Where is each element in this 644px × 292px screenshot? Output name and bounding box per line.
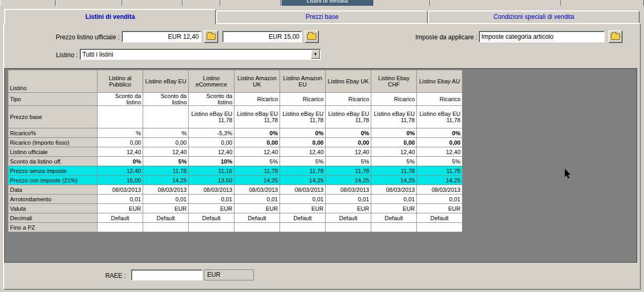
official-price-lookup-button-2[interactable] bbox=[305, 30, 319, 43]
grid-cell[interactable]: 0,00 bbox=[98, 138, 143, 147]
grid-cell[interactable]: % bbox=[143, 128, 189, 138]
top-tab[interactable] bbox=[122, 0, 183, 6]
grid-cell[interactable]: 5% bbox=[234, 157, 280, 166]
grid-cell[interactable]: 08/03/2013 bbox=[143, 185, 189, 194]
grid-cell[interactable]: Default bbox=[143, 213, 189, 223]
grid-cell[interactable]: 12,40 bbox=[280, 147, 326, 157]
grid-cell[interactable]: 0,01 bbox=[280, 194, 326, 204]
grid-cell[interactable]: 0,01 bbox=[417, 194, 463, 204]
grid-cell[interactable]: Default bbox=[326, 213, 371, 223]
grid-cell[interactable]: EUR bbox=[234, 204, 280, 213]
official-price-lookup-button-1[interactable] bbox=[204, 30, 218, 43]
grid-cell[interactable]: Default bbox=[280, 213, 326, 223]
grid-cell[interactable]: 13,50 bbox=[189, 176, 234, 185]
grid-cell[interactable]: 0,01 bbox=[326, 194, 371, 204]
tab-listini-di-vendita[interactable]: Listini di vendita bbox=[4, 9, 216, 24]
grid-cell[interactable]: 0,00 bbox=[371, 138, 417, 147]
grid-cell[interactable]: 12,40 bbox=[98, 147, 143, 157]
grid-cell[interactable]: 0% bbox=[371, 128, 417, 138]
taxes-input[interactable] bbox=[479, 31, 605, 42]
grid-cell[interactable] bbox=[371, 223, 417, 232]
official-price-input-1[interactable] bbox=[122, 31, 201, 42]
grid-cell[interactable]: Ricarico bbox=[417, 93, 463, 106]
grid-cell[interactable]: 0,01 bbox=[98, 194, 143, 204]
grid-cell[interactable]: 0,01 bbox=[189, 194, 234, 204]
grid-cell[interactable] bbox=[143, 223, 189, 232]
grid-cell[interactable]: 08/03/2013 bbox=[189, 185, 234, 194]
grid-cell[interactable]: Listino eBay EU 11,78 bbox=[417, 106, 463, 128]
top-tab[interactable] bbox=[56, 0, 122, 6]
top-tab-active[interactable]: Listini di vendita bbox=[281, 0, 373, 6]
grid-cell[interactable]: 14,25 bbox=[143, 176, 189, 185]
grid-cell[interactable]: 0,01 bbox=[234, 194, 280, 204]
grid-cell[interactable]: 0,01 bbox=[371, 194, 417, 204]
grid-cell[interactable]: 0,00 bbox=[417, 138, 463, 147]
grid-cell[interactable]: Default bbox=[98, 213, 143, 223]
top-tab[interactable] bbox=[183, 0, 220, 6]
top-tab[interactable] bbox=[430, 0, 561, 6]
tab-condizioni-speciali-di-vendita[interactable]: Condizioni speciali di vendita bbox=[428, 10, 640, 23]
grid-cell[interactable]: 08/03/2013 bbox=[371, 185, 417, 194]
grid-cell[interactable] bbox=[326, 223, 371, 232]
grid-cell[interactable]: Sconto da listino bbox=[143, 93, 189, 106]
grid-cell[interactable]: 14,25 bbox=[234, 176, 280, 185]
grid-cell[interactable]: 12,40 bbox=[326, 147, 371, 157]
grid-cell[interactable]: 5% bbox=[143, 157, 189, 166]
grid-cell[interactable]: 11,78 bbox=[326, 166, 371, 176]
grid-cell[interactable]: Sconto da listino bbox=[189, 93, 234, 106]
grid-cell[interactable]: Ricarico bbox=[234, 93, 280, 106]
grid-cell[interactable]: 14,25 bbox=[326, 176, 371, 185]
grid-cell[interactable]: Sconto da listino bbox=[98, 93, 143, 106]
grid-cell[interactable] bbox=[189, 223, 234, 232]
grid-cell[interactable]: 0,00 bbox=[234, 138, 280, 147]
grid-cell[interactable]: 08/03/2013 bbox=[417, 185, 463, 194]
grid-cell[interactable]: Default bbox=[371, 213, 417, 223]
grid-cell[interactable]: 08/03/2013 bbox=[234, 185, 280, 194]
grid-cell[interactable]: Default bbox=[417, 213, 463, 223]
grid-cell[interactable]: 0,00 bbox=[189, 138, 234, 147]
grid-cell[interactable]: EUR bbox=[371, 204, 417, 213]
grid-cell[interactable]: % bbox=[98, 128, 143, 138]
grid-cell[interactable]: Default bbox=[234, 213, 280, 223]
grid-cell[interactable]: 10% bbox=[189, 157, 234, 166]
dropdown-arrow-icon[interactable]: ▼ bbox=[311, 50, 320, 59]
top-tab[interactable] bbox=[220, 0, 281, 6]
grid-cell[interactable]: 0% bbox=[234, 128, 280, 138]
grid-cell[interactable]: 14,25 bbox=[280, 176, 326, 185]
grid-cell[interactable]: Default bbox=[189, 213, 234, 223]
grid-cell[interactable]: Listino eBay EU 11,78 bbox=[189, 106, 234, 128]
grid-cell[interactable]: Listino eBay EU 11,78 bbox=[280, 106, 326, 128]
grid-cell[interactable]: 14,25 bbox=[371, 176, 417, 185]
grid-cell[interactable]: EUR bbox=[280, 204, 326, 213]
grid-cell[interactable]: 14,25 bbox=[417, 176, 463, 185]
price-list-combobox[interactable]: Tutti i listini ▼ bbox=[80, 49, 321, 60]
grid-cell[interactable]: 08/03/2013 bbox=[280, 185, 326, 194]
grid-cell[interactable]: 12,40 bbox=[98, 166, 143, 176]
grid-cell[interactable]: 11,78 bbox=[280, 166, 326, 176]
grid-cell[interactable]: 5% bbox=[326, 157, 371, 166]
grid-cell[interactable]: 12,40 bbox=[234, 147, 280, 157]
grid-cell[interactable]: 15,00 bbox=[98, 176, 143, 185]
grid-cell[interactable] bbox=[417, 223, 463, 232]
tab-prezzi-base[interactable]: Prezzi base bbox=[216, 10, 428, 23]
grid-cell[interactable]: 11,78 bbox=[417, 166, 463, 176]
taxes-lookup-button[interactable] bbox=[608, 30, 622, 43]
grid-cell[interactable]: 12,40 bbox=[371, 147, 417, 157]
grid-cell[interactable]: Ricarico bbox=[280, 93, 326, 106]
grid-cell[interactable]: Listino eBay EU 11,78 bbox=[234, 106, 280, 128]
grid-cell[interactable]: 0,00 bbox=[143, 138, 189, 147]
grid-cell[interactable]: 0,00 bbox=[326, 138, 371, 147]
grid-cell[interactable]: EUR bbox=[417, 204, 463, 213]
official-price-input-2[interactable] bbox=[222, 31, 302, 42]
grid-cell[interactable]: 0% bbox=[98, 157, 143, 166]
grid-cell[interactable]: Listino eBay EU 11,78 bbox=[326, 106, 371, 128]
grid-cell[interactable]: 08/03/2013 bbox=[98, 185, 143, 194]
grid-cell[interactable]: 11,78 bbox=[371, 166, 417, 176]
grid-cell[interactable]: EUR bbox=[143, 204, 189, 213]
grid-cell[interactable]: 11,16 bbox=[189, 166, 234, 176]
top-tab[interactable] bbox=[561, 0, 644, 6]
top-tab[interactable] bbox=[373, 0, 430, 6]
top-tab[interactable] bbox=[0, 0, 56, 6]
grid-cell[interactable] bbox=[98, 106, 143, 128]
grid-cell[interactable]: -5,3% bbox=[189, 128, 234, 138]
